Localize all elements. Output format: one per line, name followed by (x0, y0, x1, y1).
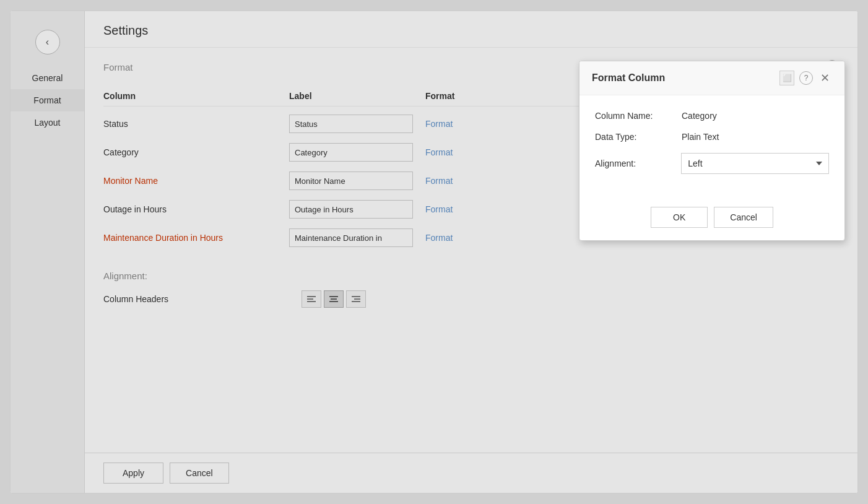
col-header-format: Format (425, 91, 500, 101)
modal-column-name-field: Column Name: Category (595, 111, 829, 121)
cancel-button[interactable]: Cancel (170, 463, 229, 484)
format-link-outage[interactable]: Format (425, 204, 500, 214)
column-name-monitor-name: Monitor Name (103, 176, 289, 186)
col-header-label: Label (289, 91, 425, 101)
sidebar: ‹ General Format Layout (11, 11, 85, 493)
alignment-buttons (302, 290, 366, 308)
apply-button[interactable]: Apply (103, 463, 163, 484)
align-right-button[interactable] (346, 290, 366, 308)
resize-icon: ⬜ (783, 74, 792, 82)
settings-title: Settings (103, 24, 839, 38)
modal-column-name-value: Category (682, 111, 717, 121)
label-input-outage[interactable] (289, 200, 413, 219)
align-center-button[interactable] (324, 290, 344, 308)
format-column-modal: Format Column ⬜ ? ✕ Column Name: Categor… (579, 61, 845, 241)
column-name-maintenance: Maintenance Duration in Hours (103, 233, 289, 243)
alignment-section: Alignment: Column Headers (103, 271, 839, 308)
label-input-status[interactable] (289, 115, 413, 133)
sidebar-item-label: General (32, 73, 63, 83)
modal-ok-button[interactable]: OK (651, 207, 708, 228)
modal-header: Format Column ⬜ ? ✕ (579, 61, 844, 95)
sidebar-item-general[interactable]: General (11, 67, 84, 89)
modal-footer: OK Cancel (579, 198, 844, 240)
col-header-column: Column (103, 91, 289, 101)
label-input-monitor-name[interactable] (289, 172, 413, 190)
format-link-category[interactable]: Format (425, 147, 500, 157)
settings-header: Settings (85, 11, 857, 48)
modal-title: Format Column (592, 72, 779, 84)
format-link-maintenance[interactable]: Format (425, 233, 500, 243)
modal-data-type-field: Data Type: Plain Text (595, 132, 829, 142)
sidebar-item-layout[interactable]: Layout (11, 111, 84, 134)
section-title: Format (103, 62, 133, 72)
footer: Apply Cancel (85, 453, 857, 493)
format-link-status[interactable]: Format (425, 119, 500, 129)
modal-data-type-value: Plain Text (682, 132, 719, 142)
modal-close-button[interactable]: ✕ (818, 72, 832, 84)
modal-data-type-label: Data Type: (595, 132, 682, 142)
modal-help-icon[interactable]: ? (799, 71, 813, 85)
align-left-icon (307, 295, 316, 303)
alignment-title: Alignment: (103, 271, 839, 281)
modal-alignment-field: Alignment: Left Center Right (595, 153, 829, 174)
align-center-icon (329, 295, 338, 303)
modal-alignment-label: Alignment: (595, 159, 681, 168)
label-input-category[interactable] (289, 143, 413, 162)
sidebar-item-label: Format (33, 95, 61, 105)
modal-cancel-button[interactable]: Cancel (714, 207, 773, 228)
alignment-row-label: Column Headers (103, 294, 289, 304)
align-left-button[interactable] (302, 290, 321, 308)
alignment-select[interactable]: Left Center Right (681, 153, 829, 174)
align-right-icon (352, 295, 360, 303)
modal-column-name-label: Column Name: (595, 111, 682, 121)
modal-body: Column Name: Category Data Type: Plain T… (579, 95, 844, 198)
sidebar-item-label: Layout (34, 118, 60, 128)
format-link-monitor-name[interactable]: Format (425, 176, 500, 186)
back-button[interactable]: ‹ (35, 30, 60, 54)
modal-header-actions: ⬜ ? ✕ (779, 71, 832, 85)
column-name-status: Status (103, 119, 289, 129)
back-icon: ‹ (46, 37, 49, 48)
column-name-category: Category (103, 147, 289, 157)
modal-resize-button[interactable]: ⬜ (779, 71, 794, 85)
alignment-row: Column Headers (103, 290, 839, 308)
column-name-outage: Outage in Hours (103, 204, 289, 214)
sidebar-item-format[interactable]: Format (11, 89, 84, 111)
label-input-maintenance[interactable] (289, 228, 413, 247)
